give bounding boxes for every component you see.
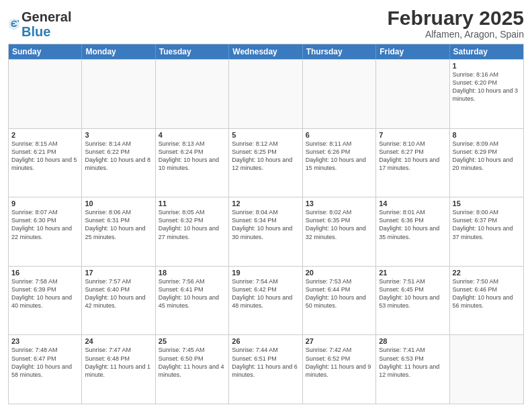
cell-info: Sunrise: 7:44 AMSunset: 6:51 PMDaylight:… [232,347,298,377]
cal-cell-4-3: 26 Sunrise: 7:44 AMSunset: 6:51 PMDaylig… [229,335,302,404]
header-wednesday: Wednesday [229,44,302,59]
day-number: 3 [85,131,152,139]
header-friday: Friday [376,44,449,59]
day-number: 17 [85,269,152,277]
cal-cell-4-6 [450,335,523,404]
cell-info: Sunrise: 8:16 AMSunset: 6:20 PMDaylight:… [453,71,519,102]
cell-info: Sunrise: 8:05 AMSunset: 6:32 PMDaylight:… [159,209,219,240]
cal-row-2: 9 Sunrise: 8:07 AMSunset: 6:30 PMDayligh… [9,197,523,266]
cal-cell-1-1: 3 Sunrise: 8:14 AMSunset: 6:22 PMDayligh… [82,129,155,197]
cell-info: Sunrise: 7:41 AMSunset: 6:53 PMDaylight:… [379,347,439,377]
cell-info: Sunrise: 8:13 AMSunset: 6:24 PMDaylight:… [159,140,219,171]
header-sunday: Sunday [9,44,82,59]
day-number: 21 [379,269,446,277]
cell-info: Sunrise: 7:45 AMSunset: 6:50 PMDaylight:… [159,347,224,377]
cal-cell-4-5: 28 Sunrise: 7:41 AMSunset: 6:53 PMDaylig… [376,335,449,404]
day-number: 1 [453,62,521,70]
day-number: 16 [11,269,79,277]
cell-info: Sunrise: 7:54 AMSunset: 6:42 PMDaylight:… [232,278,292,309]
cal-cell-1-0: 2 Sunrise: 8:15 AMSunset: 6:21 PMDayligh… [9,129,82,197]
day-number: 28 [379,337,446,345]
logo-blue: Blue [21,24,50,39]
cell-info: Sunrise: 7:53 AMSunset: 6:44 PMDaylight:… [306,278,366,309]
cal-cell-3-4: 20 Sunrise: 7:53 AMSunset: 6:44 PMDaylig… [303,267,376,335]
cal-cell-4-0: 23 Sunrise: 7:48 AMSunset: 6:47 PMDaylig… [9,335,82,404]
cal-cell-3-5: 21 Sunrise: 7:51 AMSunset: 6:45 PMDaylig… [376,267,449,335]
logo-text: General Blue [21,9,71,39]
cell-info: Sunrise: 7:56 AMSunset: 6:41 PMDaylight:… [159,278,219,309]
cell-info: Sunrise: 8:02 AMSunset: 6:35 PMDaylight:… [306,209,366,240]
cal-cell-1-5: 7 Sunrise: 8:10 AMSunset: 6:27 PMDayligh… [376,129,449,197]
cell-info: Sunrise: 8:04 AMSunset: 6:34 PMDaylight:… [232,209,292,240]
cal-cell-3-3: 19 Sunrise: 7:54 AMSunset: 6:42 PMDaylig… [229,267,302,335]
cell-info: Sunrise: 8:10 AMSunset: 6:27 PMDaylight:… [379,140,439,171]
cell-info: Sunrise: 7:58 AMSunset: 6:39 PMDaylight:… [11,278,72,309]
cal-cell-2-3: 12 Sunrise: 8:04 AMSunset: 6:34 PMDaylig… [229,197,302,266]
cell-info: Sunrise: 8:09 AMSunset: 6:29 PMDaylight:… [453,140,513,171]
cal-cell-1-4: 6 Sunrise: 8:11 AMSunset: 6:26 PMDayligh… [303,129,376,197]
cell-info: Sunrise: 7:48 AMSunset: 6:47 PMDaylight:… [11,347,72,377]
day-number: 12 [232,199,299,208]
header-thursday: Thursday [303,44,376,59]
day-number: 8 [453,131,521,139]
day-number: 22 [453,269,521,277]
cal-cell-1-3: 5 Sunrise: 8:12 AMSunset: 6:25 PMDayligh… [229,129,302,197]
logo-icon [8,17,20,32]
header-monday: Monday [82,44,155,59]
cell-info: Sunrise: 8:07 AMSunset: 6:30 PMDaylight:… [11,209,72,240]
day-number: 7 [379,131,446,139]
cal-cell-0-5 [376,60,449,128]
cell-info: Sunrise: 7:57 AMSunset: 6:40 PMDaylight:… [85,278,145,309]
page: General Blue February 2025 Alfamen, Arag… [0,0,532,411]
day-number: 25 [159,337,226,345]
cell-info: Sunrise: 8:00 AMSunset: 6:37 PMDaylight:… [453,209,513,240]
cal-row-3: 16 Sunrise: 7:58 AMSunset: 6:39 PMDaylig… [9,266,523,335]
cal-cell-3-2: 18 Sunrise: 7:56 AMSunset: 6:41 PMDaylig… [156,267,229,335]
cell-info: Sunrise: 8:06 AMSunset: 6:31 PMDaylight:… [85,209,145,240]
logo: General Blue [8,9,71,39]
cal-cell-2-5: 14 Sunrise: 8:01 AMSunset: 6:36 PMDaylig… [376,197,449,266]
day-number: 4 [159,131,226,139]
cal-cell-0-6: 1 Sunrise: 8:16 AMSunset: 6:20 PMDayligh… [450,60,523,128]
cal-cell-0-4 [303,60,376,128]
cal-cell-2-1: 10 Sunrise: 8:06 AMSunset: 6:31 PMDaylig… [82,197,155,266]
cal-row-4: 23 Sunrise: 7:48 AMSunset: 6:47 PMDaylig… [9,334,523,404]
header-saturday: Saturday [450,44,523,59]
day-number: 13 [306,199,373,208]
cell-info: Sunrise: 8:11 AMSunset: 6:26 PMDaylight:… [306,140,366,171]
cell-info: Sunrise: 7:51 AMSunset: 6:45 PMDaylight:… [379,278,439,309]
cal-cell-2-0: 9 Sunrise: 8:07 AMSunset: 6:30 PMDayligh… [9,197,82,266]
cal-cell-0-2 [156,60,229,128]
day-number: 2 [11,131,79,139]
cal-cell-1-2: 4 Sunrise: 8:13 AMSunset: 6:24 PMDayligh… [156,129,229,197]
month-title: February 2025 [388,7,524,29]
cell-info: Sunrise: 7:42 AMSunset: 6:52 PMDaylight:… [306,347,371,377]
day-number: 19 [232,269,299,277]
cell-info: Sunrise: 7:50 AMSunset: 6:46 PMDaylight:… [453,278,513,309]
cell-info: Sunrise: 8:15 AMSunset: 6:21 PMDaylight:… [11,140,77,171]
header: General Blue February 2025 Alfamen, Arag… [8,7,524,40]
cal-cell-4-4: 27 Sunrise: 7:42 AMSunset: 6:52 PMDaylig… [303,335,376,404]
cell-info: Sunrise: 8:12 AMSunset: 6:25 PMDaylight:… [232,140,292,171]
day-number: 6 [306,131,373,139]
cal-cell-2-2: 11 Sunrise: 8:05 AMSunset: 6:32 PMDaylig… [156,197,229,266]
cal-cell-2-6: 15 Sunrise: 8:00 AMSunset: 6:37 PMDaylig… [450,197,523,266]
cal-cell-3-0: 16 Sunrise: 7:58 AMSunset: 6:39 PMDaylig… [9,267,82,335]
day-number: 27 [306,337,373,345]
cell-info: Sunrise: 8:01 AMSunset: 6:36 PMDaylight:… [379,209,439,240]
cal-row-1: 2 Sunrise: 8:15 AMSunset: 6:21 PMDayligh… [9,128,523,197]
cal-cell-0-3 [229,60,302,128]
day-number: 5 [232,131,299,139]
logo-general: General [21,9,71,24]
title-block: February 2025 Alfamen, Aragon, Spain [388,7,524,40]
calendar-header: Sunday Monday Tuesday Wednesday Thursday… [9,44,523,59]
cal-cell-1-6: 8 Sunrise: 8:09 AMSunset: 6:29 PMDayligh… [450,129,523,197]
header-tuesday: Tuesday [156,44,229,59]
calendar-body: 1 Sunrise: 8:16 AMSunset: 6:20 PMDayligh… [9,59,523,404]
location-title: Alfamen, Aragon, Spain [388,29,524,40]
day-number: 10 [85,199,152,208]
cal-cell-4-1: 24 Sunrise: 7:47 AMSunset: 6:48 PMDaylig… [82,335,155,404]
day-number: 24 [85,337,152,345]
day-number: 9 [11,199,79,208]
cal-cell-3-6: 22 Sunrise: 7:50 AMSunset: 6:46 PMDaylig… [450,267,523,335]
